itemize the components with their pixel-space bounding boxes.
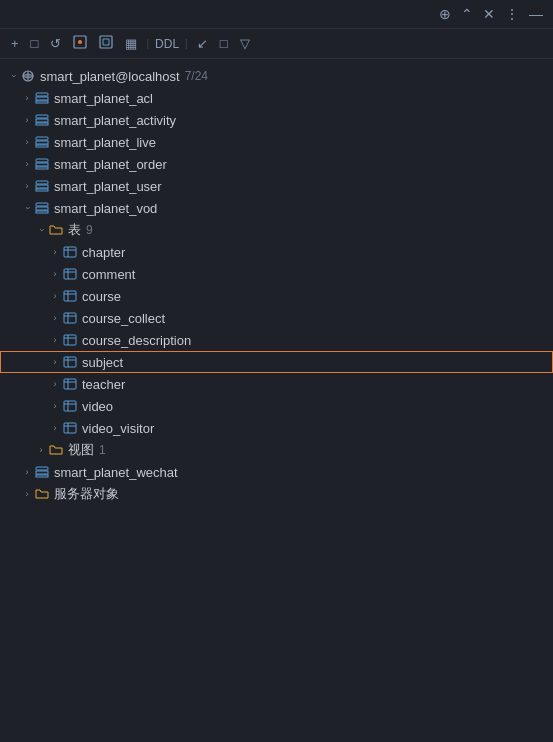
tree-item-subject[interactable]: subject — [0, 351, 553, 373]
chevron-server_objects[interactable] — [20, 487, 34, 501]
node-label-tables: 表 — [68, 221, 81, 239]
tree-item-server[interactable]: smart_planet@localhost7/24 — [0, 65, 553, 87]
svg-rect-24 — [64, 247, 76, 257]
node-label-video_visitor: video_visitor — [82, 421, 154, 436]
minimize-icon[interactable]: — — [529, 6, 543, 22]
tree-item-teacher[interactable]: teacher — [0, 373, 553, 395]
svg-rect-22 — [36, 207, 48, 210]
tree-item-course[interactable]: course — [0, 285, 553, 307]
svg-rect-30 — [64, 291, 76, 301]
chevron-vod[interactable] — [20, 201, 34, 215]
tree-item-wechat[interactable]: smart_planet_wechat — [0, 461, 553, 483]
tree-item-server_objects[interactable]: 服务器对象 — [0, 483, 553, 505]
more-icon[interactable]: ⋮ — [505, 6, 519, 22]
chevron-course_collect[interactable] — [48, 311, 62, 325]
node-label-comment: comment — [82, 267, 135, 282]
node-label-course_description: course_description — [82, 333, 191, 348]
chevron-user[interactable] — [20, 179, 34, 193]
table-icon-course_description — [62, 332, 78, 348]
tree-item-course_description[interactable]: course_description — [0, 329, 553, 351]
chevron-views[interactable] — [34, 443, 48, 457]
table-icon-comment — [62, 266, 78, 282]
node-label-chapter: chapter — [82, 245, 125, 260]
db-icon-activity — [34, 112, 50, 128]
chevron-subject[interactable] — [48, 355, 62, 369]
svg-rect-33 — [64, 313, 76, 323]
svg-rect-9 — [36, 115, 48, 118]
filter-btn[interactable]: ▽ — [237, 34, 253, 53]
chevron-wechat[interactable] — [20, 465, 34, 479]
chevron-tables[interactable] — [34, 223, 48, 237]
node-label-course_collect: course_collect — [82, 311, 165, 326]
tree-item-chapter[interactable]: chapter — [0, 241, 553, 263]
tree-item-tables[interactable]: 表9 — [0, 219, 553, 241]
edit-btn[interactable] — [70, 33, 90, 54]
database-tree: smart_planet@localhost7/24 smart_planet_… — [0, 59, 553, 721]
chevron-chapter[interactable] — [48, 245, 62, 259]
svg-point-1 — [78, 40, 82, 44]
table-icon-btn[interactable]: ▦ — [122, 34, 140, 53]
chevron-course_description[interactable] — [48, 333, 62, 347]
svg-rect-23 — [36, 211, 48, 213]
chevron-course[interactable] — [48, 289, 62, 303]
collapse-expand-icon[interactable]: ⌃ — [461, 6, 473, 22]
chevron-server[interactable] — [6, 69, 20, 83]
svg-rect-21 — [36, 203, 48, 206]
chevron-video[interactable] — [48, 399, 62, 413]
tree-item-user[interactable]: smart_planet_user — [0, 175, 553, 197]
table-icon-course_collect — [62, 310, 78, 326]
import-btn[interactable]: ↙ — [194, 34, 211, 53]
db-icon-acl — [34, 90, 50, 106]
chevron-order[interactable] — [20, 157, 34, 171]
node-label-subject: subject — [82, 355, 123, 370]
node-label-activity: smart_planet_activity — [54, 113, 176, 128]
svg-rect-48 — [64, 423, 76, 433]
chevron-live[interactable] — [20, 135, 34, 149]
tree-item-live[interactable]: smart_planet_live — [0, 131, 553, 153]
ddl-btn[interactable]: DDL — [155, 37, 179, 51]
chevron-video_visitor[interactable] — [48, 421, 62, 435]
upload-btn[interactable] — [96, 33, 116, 54]
server-icon-server — [20, 68, 36, 84]
node-label-server: smart_planet@localhost — [40, 69, 180, 84]
node-label-order: smart_planet_order — [54, 157, 167, 172]
tree-item-acl[interactable]: smart_planet_acl — [0, 87, 553, 109]
db-icon-order — [34, 156, 50, 172]
db-icon-live — [34, 134, 50, 150]
chevron-acl[interactable] — [20, 91, 34, 105]
chevron-comment[interactable] — [48, 267, 62, 281]
db-icon-vod — [34, 200, 50, 216]
svg-rect-27 — [64, 269, 76, 279]
svg-rect-17 — [36, 167, 48, 169]
tree-item-video[interactable]: video — [0, 395, 553, 417]
svg-rect-51 — [36, 467, 48, 470]
tree-item-vod[interactable]: smart_planet_vod — [0, 197, 553, 219]
db-icon-user — [34, 178, 50, 194]
header-icons: ⊕ ⌃ ✕ ⋮ — — [439, 6, 543, 22]
chevron-activity[interactable] — [20, 113, 34, 127]
svg-rect-20 — [36, 189, 48, 191]
svg-rect-6 — [36, 93, 48, 96]
node-label-video: video — [82, 399, 113, 414]
chevron-teacher[interactable] — [48, 377, 62, 391]
tree-item-comment[interactable]: comment — [0, 263, 553, 285]
refresh-btn[interactable]: ↺ — [47, 34, 64, 53]
add-connection-icon[interactable]: ⊕ — [439, 6, 451, 22]
tree-item-video_visitor[interactable]: video_visitor — [0, 417, 553, 439]
folder-icon-server_objects — [34, 486, 50, 502]
tree-item-course_collect[interactable]: course_collect — [0, 307, 553, 329]
export-btn[interactable]: □ — [217, 34, 231, 53]
svg-rect-16 — [36, 163, 48, 166]
tree-item-views[interactable]: 视图1 — [0, 439, 553, 461]
node-label-user: smart_planet_user — [54, 179, 162, 194]
svg-rect-12 — [36, 137, 48, 140]
close-icon[interactable]: ✕ — [483, 6, 495, 22]
tree-item-activity[interactable]: smart_planet_activity — [0, 109, 553, 131]
copy-btn[interactable]: □ — [28, 34, 42, 53]
svg-rect-2 — [100, 36, 112, 48]
svg-rect-39 — [64, 357, 76, 367]
svg-rect-45 — [64, 401, 76, 411]
svg-rect-10 — [36, 119, 48, 122]
tree-item-order[interactable]: smart_planet_order — [0, 153, 553, 175]
new-connection-btn[interactable]: + — [8, 34, 22, 53]
